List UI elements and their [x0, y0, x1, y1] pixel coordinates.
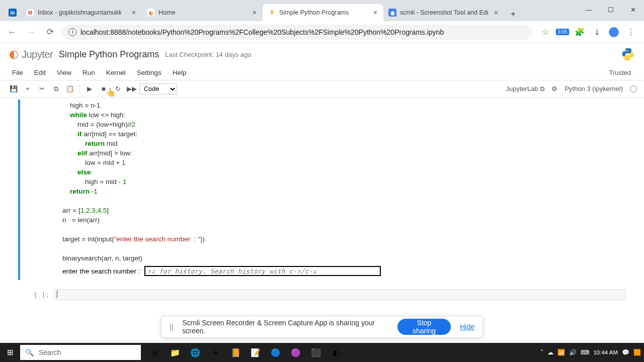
menu-edit[interactable]: Edit	[29, 67, 51, 78]
checkpoint-label: Last Checkpoint: 14 days ago	[165, 51, 251, 58]
code-editor[interactable]: high = n-1 while low <= high: mid = (low…	[20, 100, 626, 266]
eclipse-icon[interactable]: 🟣	[286, 343, 306, 362]
notes-icon[interactable]: 📝	[246, 343, 266, 362]
tab-jupyter-home[interactable]: ◐ Home ×	[142, 4, 263, 21]
menu-help[interactable]: Help	[168, 67, 192, 78]
forward-button[interactable]: →	[24, 25, 38, 39]
cut-button[interactable]: ✂	[35, 82, 48, 96]
paste-button[interactable]: 📋	[63, 82, 76, 96]
menu-kernel[interactable]: Kernel	[101, 67, 131, 78]
cloud-icon[interactable]: ☁	[547, 349, 553, 356]
app-icon[interactable]: ✳	[205, 343, 225, 362]
save-button[interactable]: 💾	[7, 82, 20, 96]
scrnli-icon: ◉	[388, 9, 396, 17]
hourglass-icon: ⧗	[268, 9, 276, 17]
url-input[interactable]: i localhost:8888/notebooks/Python%20Prog…	[62, 25, 532, 40]
screenshare-bar: || Scrnli Screen Recorder & Screen Captu…	[161, 316, 483, 338]
clock[interactable]: 10:44 AM	[593, 349, 618, 356]
extension-badge[interactable]: 3:05	[557, 27, 568, 37]
kernel-status-icon[interactable]	[630, 85, 637, 93]
notebook-area: high = n-1 while low <= high: mid = (low…	[0, 98, 644, 319]
restart-button[interactable]: ↻	[111, 82, 124, 96]
browser-tabstrip: in M Inbox - gopikrishnaguntamukk × ◐ Ho…	[0, 0, 644, 21]
keyboard-icon[interactable]: ⌨	[581, 349, 589, 356]
start-button[interactable]: ⊞	[0, 343, 20, 362]
downloads-icon[interactable]: ⤓	[592, 27, 602, 37]
jupyterlab-link[interactable]: JupyterLab ⧉	[506, 85, 544, 93]
extensions-icon[interactable]: 🧩	[575, 27, 585, 37]
copy-button[interactable]: ⧉	[49, 82, 62, 96]
fast-forward-button[interactable]: ▶▶	[125, 82, 138, 96]
close-window-button[interactable]: ✕	[622, 2, 644, 17]
tray-chevron-icon[interactable]: ˄	[540, 349, 543, 356]
reload-button[interactable]: ⟳	[43, 25, 57, 39]
run-button[interactable]: ▶	[83, 82, 96, 96]
trusted-label[interactable]: Trusted	[609, 69, 637, 76]
volume-icon[interactable]: 🔊	[569, 349, 577, 356]
back-button[interactable]: ←	[5, 25, 19, 39]
jupyter-task-icon[interactable]: ◐	[326, 343, 346, 362]
tab-label: Simple Python Programs	[279, 9, 369, 16]
taskbar-apps: ⊟ 📁 🌐 ✳ 📙 📝 🔵 🟣 ⬛ ◐	[145, 343, 346, 362]
chrome-icon[interactable]: 🌐	[185, 343, 205, 362]
settings-icon[interactable]: ⚙	[551, 85, 557, 93]
minimize-button[interactable]: —	[578, 2, 600, 17]
linkedin-pinned-tab[interactable]: in	[4, 4, 21, 21]
tab-gmail[interactable]: M Inbox - gopikrishnaguntamukk ×	[21, 4, 142, 21]
tray-end-icon[interactable]: 🟧	[633, 349, 641, 356]
stop-button[interactable]: ■	[97, 82, 110, 96]
linkedin-icon: in	[9, 9, 17, 17]
close-icon[interactable]: ×	[493, 9, 499, 17]
close-icon[interactable]: ×	[252, 9, 258, 17]
cell-type-select[interactable]: Code	[139, 83, 177, 95]
empty-code-cell[interactable]: [ ]:	[18, 287, 626, 302]
menu-settings[interactable]: Settings	[132, 67, 167, 78]
insert-cell-button[interactable]: +	[21, 82, 34, 96]
bookmark-star-icon[interactable]: ☆	[540, 27, 550, 37]
chrome-menu-icon[interactable]: ⋮	[626, 27, 636, 37]
hide-link[interactable]: Hide	[460, 323, 474, 331]
jupyter-menubar: File Edit View Run Kernel Settings Help …	[0, 65, 644, 80]
notebook-title[interactable]: Simple Python Programs	[59, 49, 159, 60]
app-icon-2[interactable]: 🔵	[266, 343, 286, 362]
taskbar-search[interactable]: 🔍 Search	[20, 345, 141, 360]
window-controls: — ☐ ✕	[578, 0, 644, 19]
empty-code-editor[interactable]	[54, 289, 626, 300]
stdin-input[interactable]	[144, 266, 381, 276]
jupyter-logo[interactable]: ◐ Jupyter	[9, 48, 53, 61]
new-tab-button[interactable]: +	[506, 7, 520, 21]
url-text: localhost:8888/notebooks/Python%20Progra…	[80, 28, 444, 36]
jupyter-icon: ◐	[147, 9, 155, 17]
code-cell[interactable]: high = n-1 while low <= high: mid = (low…	[18, 100, 626, 280]
gmail-icon: M	[26, 9, 34, 17]
jupyter-header: ◐ Jupyter Simple Python Programs Last Ch…	[0, 43, 644, 65]
site-info-icon[interactable]: i	[68, 28, 76, 36]
tab-scrnli[interactable]: ◉ scrnli - Screenshot Tool and Edi ×	[383, 4, 504, 21]
tab-label: Inbox - gopikrishnaguntamukk	[38, 9, 127, 16]
search-placeholder: Search	[39, 348, 61, 356]
menu-view[interactable]: View	[52, 67, 76, 78]
kernel-name[interactable]: Python 3 (ipykernel)	[565, 85, 623, 93]
tab-label: scrnli - Screenshot Tool and Edi	[400, 9, 490, 16]
close-icon[interactable]: ×	[372, 9, 378, 17]
app-icon-3[interactable]: ⬛	[306, 343, 326, 362]
wifi-icon[interactable]: 📶	[557, 349, 565, 356]
close-icon[interactable]: ×	[131, 9, 137, 17]
menu-file[interactable]: File	[7, 67, 28, 78]
search-icon: 🔍	[25, 348, 34, 356]
maximize-button[interactable]: ☐	[600, 2, 622, 17]
menu-run[interactable]: Run	[77, 67, 100, 78]
task-view-icon[interactable]: ⊟	[145, 343, 165, 362]
address-bar: ← → ⟳ i localhost:8888/notebooks/Python%…	[0, 21, 644, 43]
input-prompt-row: enter the search number :	[20, 266, 626, 276]
stop-sharing-button[interactable]: Stop sharing	[397, 319, 451, 335]
profile-avatar[interactable]	[609, 27, 619, 37]
python-logo-icon	[621, 47, 635, 61]
jupyter-toolbar: 💾 + ✂ ⧉ 📋 ▶ ■ ↻ ▶▶ Code JupyterLab ⧉ ⚙ P…	[0, 80, 644, 98]
tab-notebook[interactable]: ⧗ Simple Python Programs ×	[263, 4, 383, 21]
notifications-icon[interactable]: 💬	[622, 349, 629, 356]
input-prompt-label: enter the search number :	[62, 267, 140, 275]
file-explorer-icon[interactable]: 📁	[165, 343, 185, 362]
tab-label: Home	[158, 9, 248, 16]
sublime-icon[interactable]: 📙	[225, 343, 246, 362]
